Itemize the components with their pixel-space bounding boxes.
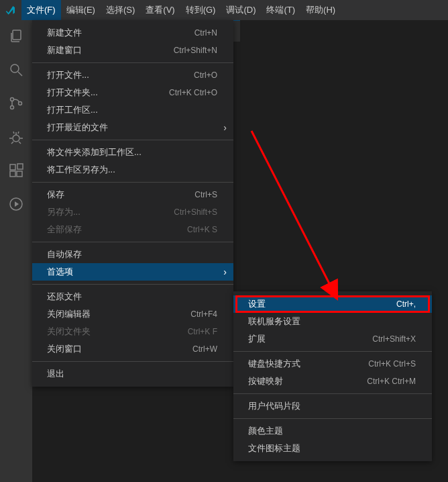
label: 打开最近的文件 (47, 122, 108, 134)
svg-marker-12 (15, 201, 19, 207)
label: 关闭窗口 (47, 343, 82, 355)
label: 设置 (248, 298, 266, 310)
menuitem-exit[interactable]: 退出 (32, 365, 233, 383)
menuitem-settings[interactable]: 设置Ctrl+, (233, 295, 432, 313)
label: 文件图标主题 (248, 442, 300, 454)
menuitem-keymaps[interactable]: 按键映射Ctrl+K Ctrl+M (233, 373, 432, 390)
label: 新建文件 (47, 27, 82, 39)
shortcut: Ctrl+Shift+X (372, 334, 416, 344)
menuitem-new-window[interactable]: 新建窗口Ctrl+Shift+N (32, 42, 233, 59)
menuitem-save-all: 全部保存Ctrl+K S (32, 221, 233, 238)
menu-edit[interactable]: 编辑(E) (61, 0, 101, 20)
label: 颜色主题 (248, 425, 283, 437)
separator (32, 62, 233, 63)
menuitem-open-workspace[interactable]: 打开工作区... (32, 101, 233, 119)
label: 保存 (47, 189, 64, 201)
shortcut: Ctrl+, (396, 299, 416, 309)
shortcut: Ctrl+W (192, 344, 217, 354)
separator (32, 361, 233, 362)
menuitem-keyboard-shortcuts[interactable]: 键盘快捷方式Ctrl+K Ctrl+S (233, 355, 432, 373)
menu-view[interactable]: 查看(V) (140, 0, 180, 20)
menuitem-preferences[interactable]: 首选项› (32, 263, 233, 281)
menuitem-extensions[interactable]: 扩展Ctrl+Shift+X (233, 330, 432, 348)
svg-point-1 (11, 64, 19, 73)
file-menu-dropdown: 新建文件Ctrl+N 新建窗口Ctrl+Shift+N 打开文件...Ctrl+… (32, 20, 233, 387)
liveshare-icon[interactable] (7, 195, 25, 213)
label: 全部保存 (47, 224, 82, 236)
menuitem-save-workspace-as[interactable]: 将工作区另存为... (32, 161, 233, 179)
menu-terminal[interactable]: 终端(T) (261, 0, 300, 20)
menuitem-user-snippets[interactable]: 用户代码片段 (233, 397, 432, 415)
shortcut: Ctrl+K Ctrl+M (367, 377, 416, 386)
menu-debug[interactable]: 调试(D) (221, 0, 261, 20)
menuitem-close-editor[interactable]: 关闭编辑器Ctrl+F4 (32, 305, 233, 323)
shortcut: Ctrl+Shift+N (174, 46, 217, 55)
label: 打开文件... (47, 69, 89, 81)
chevron-right-icon: › (223, 122, 227, 133)
separator (32, 242, 233, 242)
label: 按键映射 (248, 375, 283, 387)
title-bar: 文件(F) 编辑(E) 选择(S) 查看(V) 转到(G) 调试(D) 终端(T… (0, 0, 448, 20)
label: 关闭编辑器 (47, 308, 91, 320)
menuitem-new-file[interactable]: 新建文件Ctrl+N (32, 24, 233, 42)
menuitem-close-window[interactable]: 关闭窗口Ctrl+W (32, 340, 233, 358)
menu-go[interactable]: 转到(G) (180, 0, 221, 20)
shortcut: Ctrl+Shift+S (174, 207, 217, 217)
debug-icon[interactable] (7, 128, 25, 146)
svg-rect-0 (13, 30, 21, 40)
shortcut: Ctrl+K Ctrl+O (169, 88, 217, 97)
separator (233, 351, 432, 352)
separator (233, 393, 432, 394)
extensions-icon[interactable] (7, 161, 25, 180)
menuitem-add-folder-workspace[interactable]: 将文件夹添加到工作区... (32, 144, 233, 161)
label: 退出 (47, 368, 64, 380)
shortcut: Ctrl+K S (187, 225, 217, 234)
label: 自动保存 (47, 248, 82, 260)
svg-point-3 (11, 98, 14, 101)
label: 打开工作区... (47, 104, 98, 116)
label: 将文件夹添加到工作区... (47, 146, 142, 158)
menuitem-open-recent[interactable]: 打开最近的文件› (32, 119, 233, 136)
menu-file[interactable]: 文件(F) (21, 0, 61, 20)
preferences-submenu: 设置Ctrl+, 联机服务设置 扩展Ctrl+Shift+X 键盘快捷方式Ctr… (233, 291, 432, 461)
menuitem-save[interactable]: 保存Ctrl+S (32, 186, 233, 203)
label: 用户代码片段 (248, 400, 300, 412)
menuitem-open-file[interactable]: 打开文件...Ctrl+O (32, 66, 233, 84)
menu-help[interactable]: 帮助(H) (300, 0, 341, 20)
explorer-icon[interactable] (7, 27, 25, 46)
menu-selection[interactable]: 选择(S) (101, 0, 140, 20)
menuitem-color-theme[interactable]: 颜色主题 (233, 422, 432, 440)
shortcut: Ctrl+N (194, 28, 217, 38)
activity-bar (0, 20, 32, 482)
separator (32, 140, 233, 140)
label: 键盘快捷方式 (248, 358, 300, 370)
search-icon[interactable] (7, 60, 25, 79)
separator (32, 182, 233, 183)
shortcut: Ctrl+F4 (190, 309, 217, 319)
menuitem-auto-save[interactable]: 自动保存 (32, 246, 233, 263)
svg-rect-7 (10, 164, 15, 170)
separator (32, 284, 233, 285)
shortcut: Ctrl+K F (188, 327, 217, 336)
svg-point-6 (13, 135, 19, 142)
label: 扩展 (248, 333, 266, 345)
shortcut: Ctrl+K Ctrl+S (368, 359, 416, 369)
svg-rect-10 (17, 164, 23, 169)
svg-rect-8 (10, 171, 15, 177)
source-control-icon[interactable] (7, 94, 25, 113)
label: 关闭文件夹 (47, 326, 91, 338)
label: 新建窗口 (47, 44, 82, 56)
svg-point-4 (11, 106, 14, 109)
label: 打开文件夹... (47, 87, 98, 99)
shortcut: Ctrl+S (194, 190, 217, 199)
vscode-icon (5, 5, 16, 15)
menuitem-open-folder[interactable]: 打开文件夹...Ctrl+K Ctrl+O (32, 84, 233, 101)
menuitem-close-folder: 关闭文件夹Ctrl+K F (32, 323, 233, 340)
menuitem-online-services[interactable]: 联机服务设置 (233, 313, 432, 330)
menuitem-revert-file[interactable]: 还原文件 (32, 288, 233, 305)
label: 另存为... (47, 206, 80, 218)
label: 首选项 (47, 266, 73, 278)
menuitem-file-icon-theme[interactable]: 文件图标主题 (233, 440, 432, 457)
shortcut: Ctrl+O (194, 70, 217, 80)
svg-line-2 (18, 72, 22, 76)
